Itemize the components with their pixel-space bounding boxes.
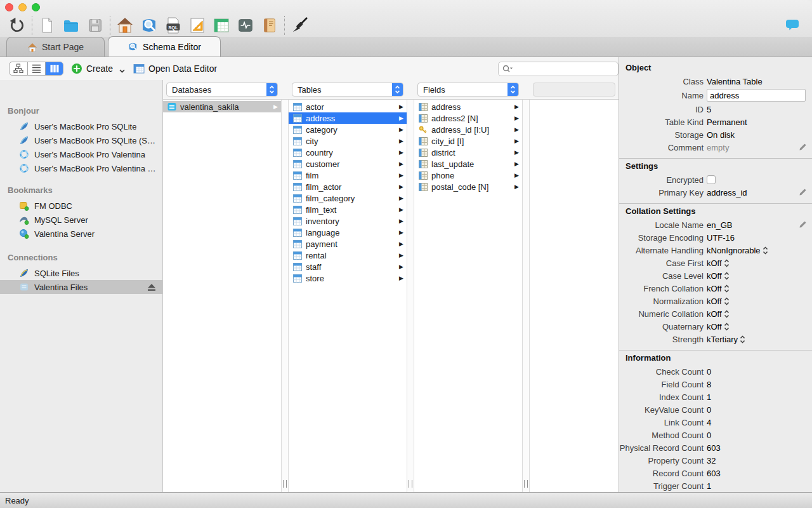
list-view-button[interactable] <box>27 62 45 75</box>
info-row-field-count: Field Count 8 <box>619 378 812 391</box>
table-row[interactable]: city▶ <box>289 135 407 147</box>
value-stepper-icon[interactable] <box>763 246 768 255</box>
svg-text:SQL: SQL <box>168 25 178 30</box>
column-divider[interactable] <box>522 100 530 492</box>
value-stepper-icon[interactable] <box>724 284 730 293</box>
diagram-editor-button[interactable] <box>185 15 209 36</box>
table-row[interactable]: film_category▶ <box>289 192 407 204</box>
table-row[interactable]: film_actor▶ <box>289 181 407 192</box>
server-admin-button[interactable] <box>233 15 258 36</box>
tables-dropdown[interactable]: Tables <box>292 83 403 97</box>
sidebar-item-sqlite-files[interactable]: SQLite Files <box>0 266 162 280</box>
sidebar-item-mysql-server[interactable]: MySQL Server <box>0 213 162 227</box>
field-row[interactable]: postal_code [N]▶ <box>414 181 522 192</box>
field-row[interactable]: city_id [I]▶ <box>414 135 522 147</box>
inspector-section-information: Information <box>619 351 812 365</box>
column-divider[interactable] <box>281 100 289 492</box>
edit-pencil-icon[interactable] <box>799 188 807 196</box>
data-editor-button[interactable] <box>209 15 233 36</box>
eject-icon[interactable] <box>147 283 156 291</box>
minimize-button[interactable] <box>18 3 27 11</box>
property-label: Encrypted <box>619 175 707 185</box>
database-row[interactable]: valentina_sakila ▶ <box>163 101 281 112</box>
field-icon <box>419 114 428 123</box>
table-row[interactable]: inventory▶ <box>289 215 407 227</box>
sidebar-item-valentina-server[interactable]: Valentina Server <box>0 227 162 241</box>
search-input[interactable] <box>513 64 614 74</box>
value-stepper-icon[interactable] <box>724 297 730 305</box>
search-field[interactable] <box>498 62 619 76</box>
tab-start-page[interactable]: Start Page <box>6 37 105 57</box>
column-view-button[interactable] <box>45 62 63 75</box>
field-row[interactable]: address▶ <box>414 101 522 112</box>
schema-editor-button[interactable] <box>137 15 161 36</box>
disclosure-icon: ▶ <box>399 184 403 190</box>
table-row[interactable]: customer▶ <box>289 158 407 170</box>
table-row[interactable]: payment▶ <box>289 238 407 250</box>
info-value: 4 <box>707 418 711 427</box>
table-row[interactable]: actor▶ <box>289 101 407 112</box>
column-divider[interactable] <box>407 100 414 492</box>
table-row[interactable]: category▶ <box>289 124 407 135</box>
property-value: kOff <box>707 284 722 293</box>
info-row-trigger-count: Trigger Count 1 <box>619 479 812 492</box>
column-resize-grip[interactable] <box>409 480 412 488</box>
table-row[interactable]: rental▶ <box>289 250 407 261</box>
sidebar-item-valentina-bonjour[interactable]: User's MacBook Pro Valentina <box>0 147 162 161</box>
create-button[interactable]: Create <box>71 62 125 76</box>
property-label: Locale Name <box>619 220 707 230</box>
undo-button[interactable] <box>5 15 29 36</box>
property-value: en_GB <box>707 220 732 230</box>
disclosure-icon: ▶ <box>399 126 403 133</box>
table-row[interactable]: country▶ <box>289 147 407 158</box>
name-input[interactable] <box>707 89 806 102</box>
sidebar-item-sqlite-ssl-bonjour[interactable]: User's MacBook Pro SQLite (SSL) <box>0 133 162 147</box>
field-row[interactable]: district▶ <box>414 147 522 158</box>
tab-schema-editor[interactable]: Schema Editor <box>108 36 221 57</box>
edit-pencil-icon[interactable] <box>799 220 807 229</box>
open-folder-button[interactable] <box>59 15 83 36</box>
report-editor-button[interactable] <box>258 15 282 36</box>
databases-dropdown[interactable]: Databases <box>166 83 278 97</box>
table-row[interactable]: staff▶ <box>289 261 407 272</box>
value-stepper-icon[interactable] <box>724 272 730 280</box>
sql-editor-button[interactable]: SQL <box>161 15 185 36</box>
sidebar-item-fm-odbc[interactable]: FM ODBC <box>0 199 162 213</box>
column-resize-grip[interactable] <box>283 480 287 488</box>
tree-view-button[interactable] <box>10 62 27 75</box>
edit-pencil-icon[interactable] <box>799 143 807 151</box>
property-row-quaternary: Quaternary kOff <box>619 320 812 333</box>
feedback-bubble-icon[interactable] <box>785 19 799 30</box>
table-row[interactable]: film▶ <box>289 170 407 181</box>
value-stepper-icon[interactable] <box>724 259 730 267</box>
fields-dropdown[interactable]: Fields <box>417 83 519 97</box>
encrypted-checkbox[interactable] <box>707 175 716 184</box>
odbc-icon <box>19 201 29 211</box>
table-row-label: film_text <box>306 205 336 215</box>
value-stepper-icon[interactable] <box>724 323 730 331</box>
close-button[interactable] <box>5 3 13 11</box>
column-resize-grip[interactable] <box>524 480 528 488</box>
start-page-button[interactable] <box>113 15 137 36</box>
table-row-selected[interactable]: address▶ <box>289 112 407 124</box>
sidebar-item-valentina-ssl-bonjour[interactable]: User's MacBook Pro Valentina (S… <box>0 161 162 175</box>
sidebar-item-valentina-files[interactable]: Valentina Files <box>0 280 162 294</box>
field-row-primary-key[interactable]: address_id [I:U]▶ <box>414 124 522 135</box>
table-row[interactable]: store▶ <box>289 272 407 284</box>
value-stepper-icon[interactable] <box>724 310 730 318</box>
open-data-editor-button[interactable]: Open Data Editor <box>133 62 217 76</box>
new-document-button[interactable] <box>35 15 59 36</box>
info-label: Check Count <box>619 367 707 377</box>
table-row[interactable]: film_text▶ <box>289 204 407 215</box>
table-row[interactable]: language▶ <box>289 227 407 238</box>
style-brush-button[interactable] <box>287 15 311 36</box>
value-stepper-icon[interactable] <box>740 335 745 344</box>
field-row[interactable]: phone▶ <box>414 170 522 181</box>
zoom-button[interactable] <box>32 3 40 11</box>
empty-column <box>530 100 619 492</box>
field-row[interactable]: last_update▶ <box>414 158 522 170</box>
tab-bar: Start Page Schema Editor <box>0 37 812 57</box>
field-row[interactable]: address2 [N]▶ <box>414 112 522 124</box>
sidebar-item-sqlite-bonjour[interactable]: User's MacBook Pro SQLite <box>0 119 162 133</box>
save-button[interactable] <box>83 15 107 36</box>
